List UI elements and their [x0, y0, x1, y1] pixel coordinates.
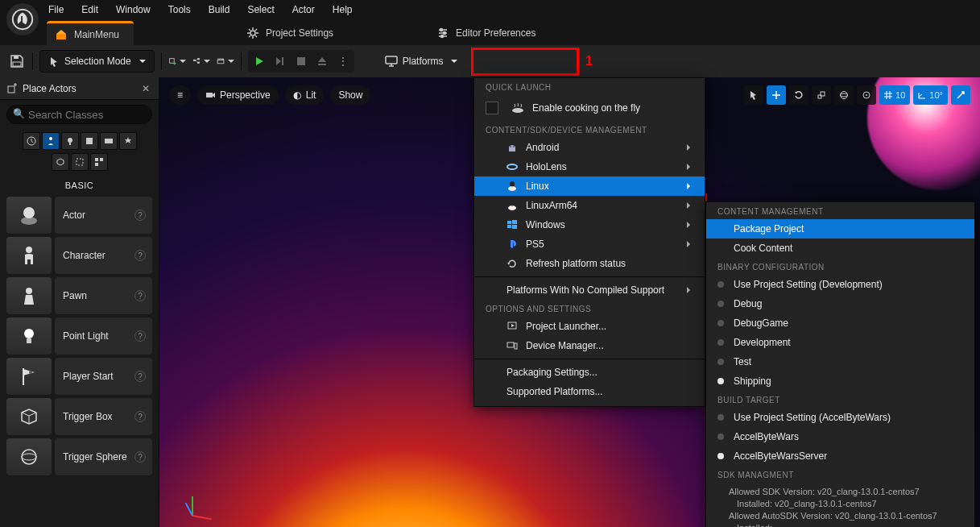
info-icon[interactable]: ?: [134, 330, 146, 342]
tab-label: Editor Preferences: [456, 27, 535, 39]
info-icon[interactable]: ?: [134, 250, 146, 261]
eject-button[interactable]: [312, 52, 332, 71]
play-button[interactable]: [250, 52, 269, 71]
add-content-dropdown[interactable]: [168, 52, 186, 70]
filter-shapes[interactable]: [81, 132, 98, 150]
translate-tool[interactable]: [767, 85, 786, 105]
monitor-icon: [385, 55, 398, 68]
surface-snap-toggle[interactable]: [857, 85, 876, 105]
platform-linuxarm64[interactable]: LinuxArm64: [474, 196, 705, 215]
close-icon[interactable]: ✕: [139, 83, 152, 94]
actor-row[interactable]: Trigger Box?: [6, 398, 152, 435]
actor-row[interactable]: Pawn?: [6, 277, 152, 314]
scale-tool[interactable]: [812, 85, 831, 105]
platform-android[interactable]: Android: [474, 138, 705, 157]
platform-windows[interactable]: Windows: [474, 215, 705, 234]
filter-cinematic[interactable]: [100, 132, 118, 150]
place-actors-panel: Place Actors ✕ 🔍 BASIC Actor? Character?…: [0, 77, 159, 527]
binary-debuggame[interactable]: DebugGame: [706, 313, 974, 333]
svg-point-77: [507, 164, 517, 169]
actor-row[interactable]: Character?: [6, 237, 152, 274]
search-classes-input[interactable]: [6, 105, 152, 124]
menu-actor[interactable]: Actor: [292, 4, 315, 15]
grid-snap-value[interactable]: 10: [879, 85, 910, 105]
checkbox-icon[interactable]: [486, 102, 498, 114]
cook-content-item[interactable]: Cook Content: [706, 239, 974, 258]
svg-point-28: [217, 59, 218, 60]
trigger-box-icon: [17, 405, 41, 429]
svg-rect-33: [282, 57, 283, 65]
info-icon[interactable]: ?: [134, 411, 146, 422]
info-icon[interactable]: ?: [134, 210, 146, 221]
tab-mainmenu[interactable]: MainMenu: [47, 21, 134, 45]
viewport-menu-button[interactable]: ≡: [169, 85, 191, 105]
trigger-sphere-icon: [17, 445, 41, 469]
actor-row[interactable]: Actor?: [6, 197, 152, 234]
select-tool[interactable]: [744, 85, 763, 105]
info-icon[interactable]: ?: [134, 290, 146, 301]
main-menubar: File Edit Window Tools Build Select Acto…: [0, 0, 980, 19]
actor-row[interactable]: Player Start?: [6, 358, 152, 395]
stop-button[interactable]: [292, 52, 311, 71]
package-project-item[interactable]: Package Project: [706, 219, 974, 239]
build-use-project-setting[interactable]: Use Project Setting (AccelByteWars): [706, 408, 974, 427]
platform-ps5[interactable]: PS5: [474, 234, 705, 254]
unreal-logo[interactable]: [6, 3, 39, 35]
supported-platforms-item[interactable]: Supported Platforms...: [474, 382, 705, 401]
menu-item-label: Debug: [734, 298, 762, 309]
rotate-tool[interactable]: [789, 85, 808, 105]
menu-item-label: HoloLens: [526, 161, 567, 172]
selection-mode-dropdown[interactable]: Selection Mode: [39, 50, 155, 73]
skip-button[interactable]: [271, 52, 290, 71]
actor-row[interactable]: Trigger Sphere?: [6, 438, 152, 475]
filter-visual-effects[interactable]: [119, 132, 137, 150]
platforms-no-compiled[interactable]: Platforms With No Compiled Support: [474, 280, 705, 300]
menu-tools[interactable]: Tools: [168, 4, 191, 15]
filter-geometry[interactable]: [52, 153, 69, 171]
filter-basic[interactable]: [42, 132, 60, 150]
filter-all[interactable]: [90, 153, 108, 171]
platform-hololens[interactable]: HoloLens: [474, 157, 705, 176]
lit-dropdown[interactable]: ◐Lit: [285, 85, 325, 105]
menu-help[interactable]: Help: [333, 4, 353, 15]
binary-debug[interactable]: Debug: [706, 294, 974, 313]
info-icon[interactable]: ?: [134, 451, 146, 463]
coordinate-space-toggle[interactable]: [834, 85, 854, 105]
filter-lights[interactable]: [61, 132, 79, 150]
show-dropdown[interactable]: Show: [330, 85, 370, 105]
binary-shipping[interactable]: Shipping: [706, 371, 974, 391]
build-accelbytewars[interactable]: AccelByteWars: [706, 427, 974, 446]
angle-snap-value[interactable]: 10°: [913, 85, 948, 105]
menu-build[interactable]: Build: [209, 4, 230, 15]
binary-test[interactable]: Test: [706, 352, 974, 371]
cinematics-dropdown[interactable]: [217, 52, 234, 70]
menu-edit[interactable]: Edit: [81, 4, 98, 15]
tab-bar: MainMenu Project Settings Editor Prefere…: [0, 19, 980, 45]
menu-select[interactable]: Select: [247, 4, 274, 15]
scale-snap-toggle[interactable]: [951, 85, 970, 105]
info-icon[interactable]: ?: [134, 371, 146, 382]
menu-file[interactable]: File: [48, 4, 64, 15]
menu-item-label: Android: [526, 142, 559, 153]
device-manager-item[interactable]: Device Manager...: [474, 336, 705, 355]
save-button[interactable]: [8, 52, 26, 70]
tab-editor-preferences[interactable]: Editor Preferences: [428, 21, 550, 45]
build-accelbytewars-server[interactable]: AccelByteWarsServer: [706, 446, 974, 466]
packaging-settings-item[interactable]: Packaging Settings...: [474, 363, 705, 382]
tab-project-settings[interactable]: Project Settings: [238, 21, 348, 45]
binary-development[interactable]: Development: [706, 333, 974, 352]
platforms-dropdown[interactable]: Platforms: [377, 50, 466, 73]
binary-use-project-setting[interactable]: Use Project Setting (Development): [706, 275, 974, 294]
filter-recent[interactable]: [23, 132, 40, 150]
play-options-button[interactable]: ⋮: [333, 52, 353, 71]
perspective-dropdown[interactable]: Perspective: [197, 85, 279, 105]
platform-linux[interactable]: Linux: [474, 176, 705, 196]
enable-cooking-item[interactable]: Enable cooking on the fly: [474, 95, 705, 121]
actor-row[interactable]: Point Light?: [6, 317, 152, 355]
refresh-platform-status[interactable]: Refresh platform status: [474, 254, 705, 273]
menu-window[interactable]: Window: [116, 4, 151, 15]
blueprint-dropdown[interactable]: [192, 52, 210, 70]
sdk-info-text: Allowed SDK Version: v20_clang-13.0.1-ce…: [706, 483, 974, 527]
project-launcher-item[interactable]: Project Launcher...: [474, 317, 705, 336]
filter-volumes[interactable]: [71, 153, 89, 171]
